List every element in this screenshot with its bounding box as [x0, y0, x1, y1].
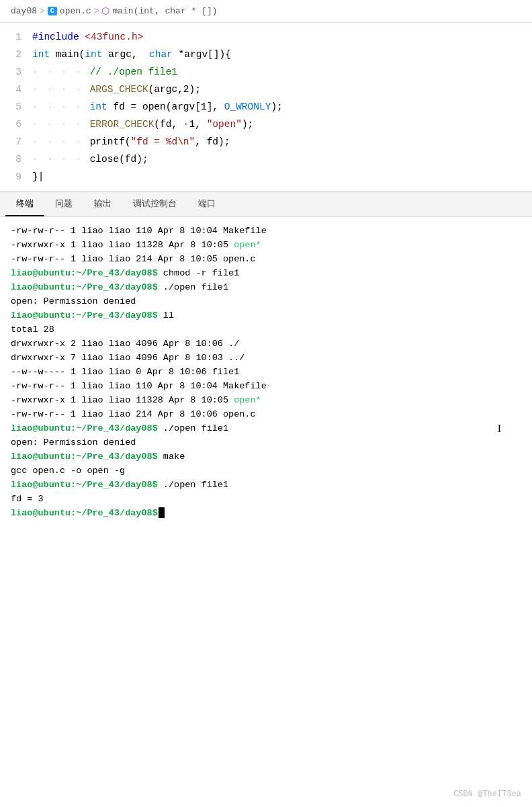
terminal-line-19: liao@ubuntu:~/Pre_43/day08$ ./open file1	[11, 478, 521, 492]
terminal-line-8: total 28	[11, 323, 521, 337]
code-content-7: · · · · printf("fd = %d\n", fd);	[32, 133, 532, 151]
breadcrumb-file: open.c	[60, 6, 91, 16]
line-number-7: 7	[0, 133, 32, 151]
breadcrumb: day08 > C open.c > ⬡ main(int, char * []…	[0, 0, 532, 23]
code-content-9: }|	[32, 168, 532, 185]
code-line-8: 8 · · · · close(fd);	[0, 151, 532, 168]
watermark: CSDN @TheITSea	[453, 790, 521, 799]
code-line-6: 6 · · · · ERROR_CHECK(fd, -1, "open");	[0, 116, 532, 133]
terminal-line-1: -rw-rw-r-- 1 liao liao 110 Apr 8 10:04 M…	[11, 224, 521, 238]
terminal-line-14: -rw-rw-r-- 1 liao liao 214 Apr 8 10:06 o…	[11, 407, 521, 421]
code-line-2: 2 int main(int argc, char *argv[]){	[0, 46, 532, 63]
c-language-icon: C	[48, 7, 57, 15]
terminal-tabs: 终端 问题 输出 调试控制台 端口	[0, 192, 532, 217]
terminal-line-5: liao@ubuntu:~/Pre_43/day08$ ./open file1	[11, 280, 521, 294]
line-number-3: 3	[0, 63, 32, 81]
code-content-1: #include <43func.h>	[32, 28, 532, 46]
code-content-2: int main(int argc, char *argv[]){	[32, 46, 532, 63]
code-content-5: · · · · int fd = open(argv[1], O_WRONLY)…	[32, 98, 532, 116]
terminal-line-12: -rw-rw-r-- 1 liao liao 110 Apr 8 10:04 M…	[11, 379, 521, 393]
code-content-8: · · · · close(fd);	[32, 151, 532, 168]
terminal-line-13: -rwxrwxr-x 1 liao liao 11328 Apr 8 10:05…	[11, 393, 521, 407]
code-content-6: · · · · ERROR_CHECK(fd, -1, "open");	[32, 116, 532, 133]
terminal-line-17: liao@ubuntu:~/Pre_43/day08$ make	[11, 450, 521, 464]
terminal-line-21: liao@ubuntu:~/Pre_43/day08$	[11, 506, 521, 520]
code-line-3: 3 · · · · // ./open file1	[0, 63, 532, 81]
function-icon: ⬡	[101, 5, 109, 17]
breadcrumb-sep1: >	[40, 6, 45, 16]
code-content-3: · · · · // ./open file1	[32, 63, 532, 81]
tab-ports[interactable]: 端口	[187, 192, 226, 216]
line-number-8: 8	[0, 151, 32, 168]
terminal-line-15: liao@ubuntu:~/Pre_43/day08$ ./open file1…	[11, 421, 521, 435]
breadcrumb-sep2: >	[94, 6, 99, 16]
terminal-line-18: gcc open.c -o open -g	[11, 464, 521, 478]
terminal-line-10: drwxrwxr-x 7 liao liao 4096 Apr 8 10:03 …	[11, 351, 521, 365]
terminal-line-7: liao@ubuntu:~/Pre_43/day08$ ll	[11, 308, 521, 323]
tab-terminal[interactable]: 终端	[5, 192, 44, 216]
code-line-9: 9 }|	[0, 168, 532, 185]
line-number-4: 4	[0, 81, 32, 98]
tab-debug-console[interactable]: 调试控制台	[122, 192, 187, 216]
terminal-line-9: drwxrwxr-x 2 liao liao 4096 Apr 8 10:06 …	[11, 337, 521, 351]
code-line-5: 5 · · · · int fd = open(argv[1], O_WRONL…	[0, 98, 532, 116]
code-line-4: 4 · · · · ARGS_CHECK(argc,2);	[0, 81, 532, 98]
terminal-line-6: open: Permission denied	[11, 294, 521, 308]
terminal-line-20: fd = 3	[11, 492, 521, 506]
code-editor: 1 #include <43func.h> 2 int main(int arg…	[0, 23, 532, 192]
line-number-5: 5	[0, 98, 32, 116]
terminal-line-2: -rwxrwxr-x 1 liao liao 11328 Apr 8 10:05…	[11, 238, 521, 252]
line-number-9: 9	[0, 168, 32, 185]
terminal-body: -rw-rw-r-- 1 liao liao 110 Apr 8 10:04 M…	[0, 217, 532, 527]
breadcrumb-function: main(int, char * [])	[112, 6, 217, 16]
code-line-7: 7 · · · · printf("fd = %d\n", fd);	[0, 133, 532, 151]
tab-problems[interactable]: 问题	[44, 192, 83, 216]
terminal-line-16: open: Permission denied	[11, 435, 521, 450]
terminal-line-3: -rw-rw-r-- 1 liao liao 214 Apr 8 10:05 o…	[11, 252, 521, 266]
terminal-cursor	[159, 507, 165, 518]
line-number-1: 1	[0, 28, 32, 46]
terminal-line-4: liao@ubuntu:~/Pre_43/day08$ chmod -r fil…	[11, 266, 521, 280]
terminal-line-11: --w--w---- 1 liao liao 0 Apr 8 10:06 fil…	[11, 365, 521, 379]
line-number-6: 6	[0, 116, 32, 133]
code-content-4: · · · · ARGS_CHECK(argc,2);	[32, 81, 532, 98]
code-line-1: 1 #include <43func.h>	[0, 28, 532, 46]
breadcrumb-day08: day08	[11, 6, 37, 16]
line-number-2: 2	[0, 46, 32, 63]
tab-output[interactable]: 输出	[83, 192, 122, 216]
